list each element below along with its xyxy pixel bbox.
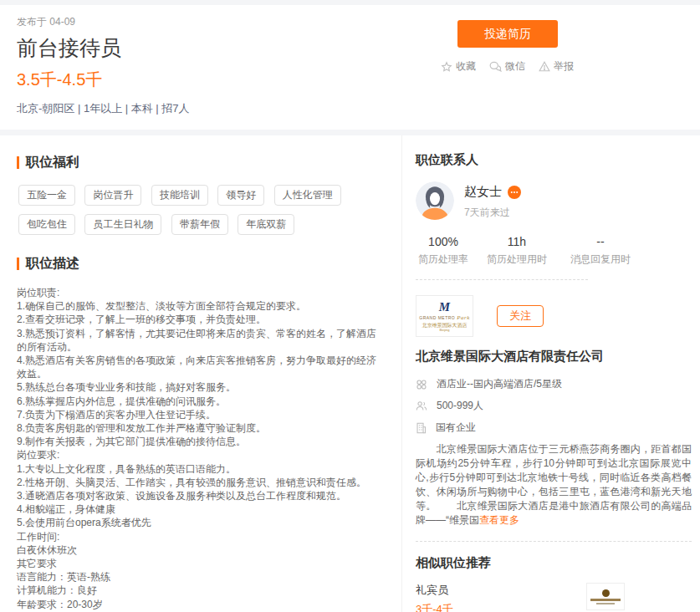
description-line: 其它要求 — [17, 557, 385, 570]
company-industry-text: 酒店业--国内高端酒店/5星级 — [437, 377, 562, 391]
stat-resume-rate: 100% 简历处理率 — [417, 235, 469, 267]
stat-reply-time: -- 消息回复用时 — [565, 235, 636, 267]
benefit-tag: 员工生日礼物 — [84, 214, 161, 235]
benefits-section-header: 职位福利 — [17, 154, 385, 171]
description-section-header: 职位描述 — [17, 255, 385, 273]
description-line: 3.熟悉预订资料，了解客情，尤其要记住即将来店的贵宾、常客的姓名，了解酒店的所有… — [17, 327, 385, 354]
report-button[interactable]: 举报 — [539, 59, 574, 74]
published-date: 发布于 04-09 — [17, 15, 683, 29]
company-description: 北京维景国际大酒店位于三元桥燕莎商务圈内，距首都国际机场约25分钟车程，步行10… — [416, 442, 692, 528]
similar-job-salary: 3千-4千 — [416, 602, 588, 612]
benefit-tag: 技能培训 — [151, 185, 208, 206]
company-logo[interactable]: M GRAND METRO Park 北京维景国际大酒店 Beijing — [416, 295, 473, 337]
description-line: 3.通晓酒店各项对客政策、设施设备及服务种类以及总台工作程度和规范。 — [17, 489, 385, 502]
description-line: 语言能力：英语-熟练 — [17, 570, 385, 584]
side-column: 职位联系人 赵女士 7天前来过 100% — [402, 135, 700, 612]
benefits-title: 职位福利 — [26, 154, 79, 171]
company-type-text: 国有企业 — [436, 421, 476, 435]
benefit-tag: 领导好 — [217, 185, 264, 206]
description-line: 4.熟悉酒店有关客房销售的各项政策，向来店宾客推销客房，努力争取最好的经济效益。 — [17, 354, 385, 380]
description-line: 1.确保自己的服饰、发型整洁、淡妆等方面全部符合规定的要求。 — [17, 299, 385, 313]
contact-card[interactable]: 赵女士 7天前来过 — [416, 181, 692, 220]
wechat-icon — [489, 61, 502, 72]
wechat-label: 微信 — [505, 59, 525, 74]
logo-brand-sub: Beijing — [439, 329, 449, 332]
header-divider-strip — [0, 130, 700, 135]
company-description-text: 北京维景国际大酒店位于三元桥燕莎商务圈内，距首都国际机场约25分钟车程，步行10… — [416, 443, 692, 526]
wechat-share-button[interactable]: 微信 — [489, 59, 525, 74]
similar-job-logo — [586, 583, 625, 610]
logo-brand-en: GRAND METRO Park — [419, 315, 470, 321]
contact-avatar — [416, 181, 454, 220]
people-icon — [416, 400, 427, 411]
dashed-divider — [416, 279, 588, 280]
description-line: 年龄要求：20-30岁 — [17, 598, 385, 611]
description-title: 职位描述 — [26, 255, 79, 273]
stat-value: 11h — [481, 235, 553, 248]
industry-icon — [416, 379, 427, 390]
view-more-link[interactable]: 查看更多 — [479, 514, 519, 526]
description-line: 计算机能力：良好 — [17, 584, 385, 597]
company-header: M GRAND METRO Park 北京维景国际大酒店 Beijing 关注 — [416, 295, 692, 337]
stat-value: 100% — [417, 235, 469, 248]
description-line: 4.相貌端正，身体健康 — [17, 502, 385, 516]
description-line: 9.制作有关报表，为其它部门提供准确的接待信息。 — [17, 435, 385, 448]
chat-badge-icon[interactable] — [508, 186, 521, 199]
benefit-tag: 年底双薪 — [238, 214, 294, 235]
section-accent-bar — [17, 258, 19, 270]
dashed-divider — [416, 541, 692, 542]
job-header: 发布于 04-09 前台接待员 3.5千-4.5千 北京-朝阳区 | 1年以上 … — [0, 5, 700, 130]
stat-label: 消息回复用时 — [565, 252, 636, 267]
benefit-tag: 人性化管理 — [274, 185, 341, 206]
logo-mark: M — [439, 301, 450, 314]
follow-button[interactable]: 关注 — [497, 305, 544, 327]
description-line: 岗位职责: — [17, 286, 385, 299]
favorite-button[interactable]: 收藏 — [441, 59, 476, 74]
company-type: 国有企业 — [416, 421, 692, 435]
similar-job-title: 礼宾员 — [416, 583, 588, 598]
benefit-tag: 五险一金 — [18, 185, 75, 206]
page-title: 前台接待员 — [17, 34, 683, 62]
stat-label: 简历处理用时 — [481, 252, 553, 267]
contact-section-title: 职位联系人 — [416, 152, 692, 168]
similar-job-item[interactable]: 礼宾员 3千-4千 北京歌华开元大酒店 — [416, 581, 588, 612]
description-line: 7.负责为下榻酒店的宾客办理入住登记手续。 — [17, 408, 385, 421]
company-name[interactable]: 北京维景国际大酒店有限责任公司 — [416, 349, 692, 365]
job-meta: 北京-朝阳区 | 1年以上 | 本科 | 招7人 — [17, 101, 683, 116]
salary-range: 3.5千-4.5千 — [17, 69, 683, 91]
star-icon — [441, 61, 452, 73]
stat-resume-time: 11h 简历处理用时 — [481, 235, 553, 267]
description-line: 5.会使用前台opera系统者优先 — [17, 516, 385, 529]
similar-jobs-title: 相似职位推荐 — [416, 555, 692, 571]
description-line: 白夜休休班次 — [17, 543, 385, 557]
benefit-tag: 岗位晋升 — [84, 185, 141, 206]
building-icon — [416, 422, 427, 434]
benefit-tag: 带薪年假 — [171, 214, 228, 235]
contact-name: 赵女士 — [464, 184, 502, 200]
section-accent-bar — [17, 156, 19, 169]
report-label: 举报 — [554, 59, 574, 74]
description-line: 岗位要求: — [17, 448, 385, 462]
description-line: 2.性格开朗、头脑灵活、工作踏实，具有较强的服务意识、推销意识和责任感。 — [17, 476, 385, 489]
stat-label: 简历处理率 — [417, 252, 469, 267]
company-size: 500-999人 — [416, 399, 692, 413]
benefit-tag: 包吃包住 — [18, 214, 75, 235]
description-line: 5.熟练总台各项专业业务和技能，搞好对客服务。 — [17, 380, 385, 394]
description-line: 工作时间: — [17, 530, 385, 543]
job-description: 岗位职责: 1.确保自己的服饰、发型整洁、淡妆等方面全部符合规定的要求。 2.查… — [17, 286, 385, 611]
company-industry: 酒店业--国内高端酒店/5星级 — [416, 377, 692, 391]
job-detail-column: 职位福利 五险一金 岗位晋升 技能培训 领导好 人性化管理 包吃包住 员工生日礼… — [0, 135, 402, 612]
warning-icon — [539, 61, 550, 72]
description-line: 8.负责客房钥匙的管理和发放工作并严格遵守验证制度。 — [17, 421, 385, 435]
apply-resume-button[interactable]: 投递简历 — [457, 20, 558, 48]
favorite-label: 收藏 — [456, 59, 476, 74]
description-line: 2.查看交班记录，了解上一班的移交事项，并负责处理。 — [17, 313, 385, 326]
contact-stats: 100% 简历处理率 11h 简历处理用时 -- 消息回复用时 — [417, 235, 692, 267]
contact-last-seen: 7天前来过 — [464, 206, 521, 220]
hotel-emblem-icon — [602, 589, 610, 597]
header-actions: 投递简历 收藏 微信 举报 — [441, 20, 575, 74]
company-size-text: 500-999人 — [437, 399, 483, 413]
benefit-tags: 五险一金 岗位晋升 技能培训 领导好 人性化管理 包吃包住 员工生日礼物 带薪年… — [18, 185, 385, 243]
stat-value: -- — [565, 235, 636, 248]
description-line: 6.熟练掌握店内外信息，提供准确的问讯服务。 — [17, 395, 385, 408]
